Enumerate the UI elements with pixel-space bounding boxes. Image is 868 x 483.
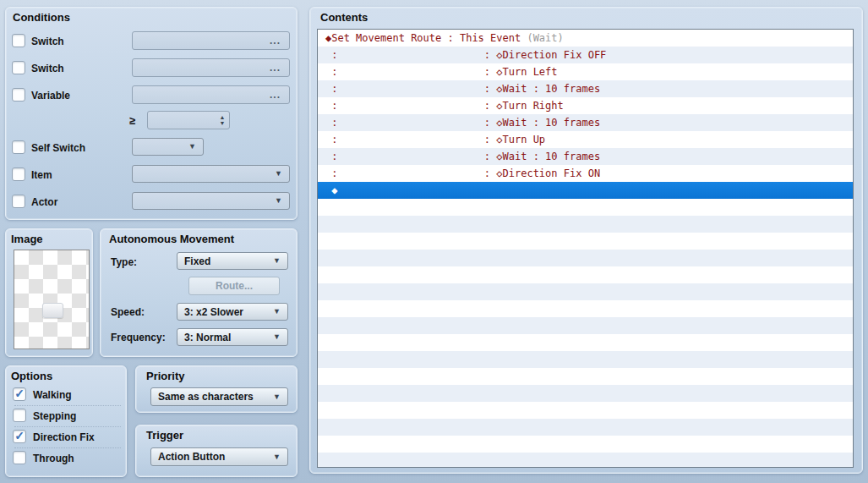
check-icon: ✓	[14, 430, 25, 442]
contents-row[interactable]: ◆Set Movement Route : This Event (Wait)	[318, 30, 853, 47]
switch2-field[interactable]: ...	[132, 58, 290, 77]
chevron-down-icon: ▼	[273, 393, 281, 401]
contents-panel: Contents ◆Set Movement Route : This Even…	[309, 7, 863, 474]
contents-row[interactable]	[318, 300, 853, 317]
contents-row[interactable]	[318, 453, 853, 468]
speed-value: 3: x2 Slower	[184, 306, 243, 318]
chevron-down-icon: ▼	[273, 257, 281, 265]
check-icon: ✓	[14, 387, 25, 399]
browse-ellipsis-icon[interactable]: ...	[270, 38, 281, 43]
contents-row[interactable]: : : ◇Wait : 10 frames	[318, 114, 853, 131]
greater-equal-operator: ≥	[129, 114, 135, 127]
image-panel: Image	[5, 228, 93, 357]
browse-ellipsis-icon[interactable]: ...	[270, 92, 281, 97]
trigger-value: Action Button	[158, 451, 225, 463]
self-switch-label: Self Switch	[31, 142, 85, 154]
contents-row[interactable]: : : ◇Direction Fix OFF	[318, 47, 853, 63]
image-title: Image	[11, 233, 43, 245]
actor-label: Actor	[31, 196, 57, 208]
stepping-label: Stepping	[33, 410, 76, 422]
self-switch-checkbox[interactable]	[12, 140, 25, 154]
through-checkbox[interactable]	[13, 451, 26, 464]
item-checkbox[interactable]	[12, 167, 25, 181]
actor-dropdown[interactable]: ▼	[132, 192, 290, 210]
item-dropdown[interactable]: ▼	[132, 165, 290, 183]
contents-row[interactable]	[318, 199, 853, 216]
conditions-title: Conditions	[13, 11, 70, 24]
browse-ellipsis-icon[interactable]: ...	[270, 65, 281, 70]
switch1-field[interactable]: ...	[132, 31, 290, 50]
contents-list[interactable]: ◆Set Movement Route : This Event (Wait) …	[317, 29, 854, 468]
contents-row[interactable]	[318, 436, 853, 453]
spin-down-icon[interactable]: ▼	[220, 121, 226, 126]
trigger-dropdown[interactable]: Action Button ▼	[150, 447, 288, 466]
route-button[interactable]: Route...	[188, 277, 280, 295]
stepping-checkbox[interactable]	[13, 409, 26, 422]
priority-title: Priority	[146, 370, 185, 382]
trigger-panel: Trigger Action Button ▼	[135, 425, 298, 477]
contents-row[interactable]: : : ◇Turn Right	[318, 97, 853, 114]
contents-row[interactable]	[318, 250, 853, 266]
direction-fix-label: Direction Fix	[33, 431, 95, 443]
variable-amount-value	[148, 112, 153, 129]
walking-checkbox[interactable]: ✓	[13, 387, 26, 401]
variable-checkbox[interactable]	[12, 88, 25, 102]
trigger-title: Trigger	[146, 429, 183, 442]
item-label: Item	[31, 169, 52, 181]
character-sprite-placeholder	[42, 303, 63, 318]
variable-field[interactable]: ...	[132, 85, 290, 104]
contents-row[interactable]: : : ◇Turn Left	[318, 63, 853, 80]
separator	[14, 405, 121, 406]
contents-row[interactable]: : : ◇Direction Fix ON	[318, 165, 853, 182]
contents-row[interactable]	[318, 266, 853, 283]
frequency-label: Frequency:	[111, 332, 166, 343]
contents-row[interactable]	[318, 351, 853, 368]
frequency-value: 3: Normal	[184, 332, 231, 343]
contents-row[interactable]	[318, 317, 853, 334]
movement-type-dropdown[interactable]: Fixed ▼	[177, 252, 288, 270]
contents-row-selected[interactable]: ◆	[318, 182, 853, 199]
priority-panel: Priority Same as characters ▼	[135, 365, 298, 413]
variable-amount-spinner[interactable]: ▲ ▼	[147, 111, 230, 129]
speed-label: Speed:	[111, 306, 145, 318]
variable-label: Variable	[31, 90, 70, 102]
switch2-label: Switch	[31, 63, 64, 74]
contents-row[interactable]	[318, 402, 853, 419]
through-label: Through	[33, 453, 74, 464]
contents-row[interactable]	[318, 385, 853, 402]
contents-row[interactable]	[318, 334, 853, 351]
type-label: Type:	[111, 256, 137, 268]
contents-row[interactable]: : : ◇Turn Up	[318, 131, 853, 148]
contents-row[interactable]	[318, 233, 853, 250]
chevron-down-icon: ▼	[188, 143, 196, 151]
contents-row[interactable]	[318, 368, 853, 385]
walking-label: Walking	[33, 389, 72, 401]
switch1-checkbox[interactable]	[12, 34, 25, 47]
speed-dropdown[interactable]: 3: x2 Slower ▼	[177, 303, 288, 321]
actor-checkbox[interactable]	[12, 195, 25, 208]
movement-type-value: Fixed	[184, 255, 210, 267]
contents-title: Contents	[320, 11, 368, 24]
self-switch-dropdown[interactable]: ▼	[132, 138, 204, 156]
image-picker[interactable]	[14, 250, 90, 349]
contents-row[interactable]: : : ◇Wait : 10 frames	[318, 80, 853, 97]
priority-value: Same as characters	[158, 391, 254, 403]
frequency-dropdown[interactable]: 3: Normal ▼	[177, 328, 288, 346]
autonomous-movement-title: Autonomous Movement	[109, 233, 234, 245]
switch2-checkbox[interactable]	[12, 61, 25, 74]
contents-row[interactable]: : : ◇Wait : 10 frames	[318, 148, 853, 165]
autonomous-movement-panel: Autonomous Movement Type: Fixed ▼ Route.…	[100, 228, 298, 357]
contents-row[interactable]	[318, 216, 853, 233]
spin-up-icon[interactable]: ▲	[220, 115, 226, 120]
chevron-down-icon: ▼	[273, 308, 281, 316]
chevron-down-icon: ▼	[273, 333, 281, 341]
separator	[14, 447, 121, 448]
spinner-buttons[interactable]: ▲ ▼	[216, 112, 229, 129]
options-panel: Options ✓ Walking Stepping ✓ Direction F…	[5, 365, 127, 477]
direction-fix-checkbox[interactable]: ✓	[13, 430, 26, 443]
contents-row[interactable]	[318, 283, 853, 300]
contents-row[interactable]	[318, 419, 853, 436]
priority-dropdown[interactable]: Same as characters ▼	[150, 387, 288, 406]
chevron-down-icon: ▼	[273, 453, 281, 461]
options-title: Options	[11, 370, 52, 382]
